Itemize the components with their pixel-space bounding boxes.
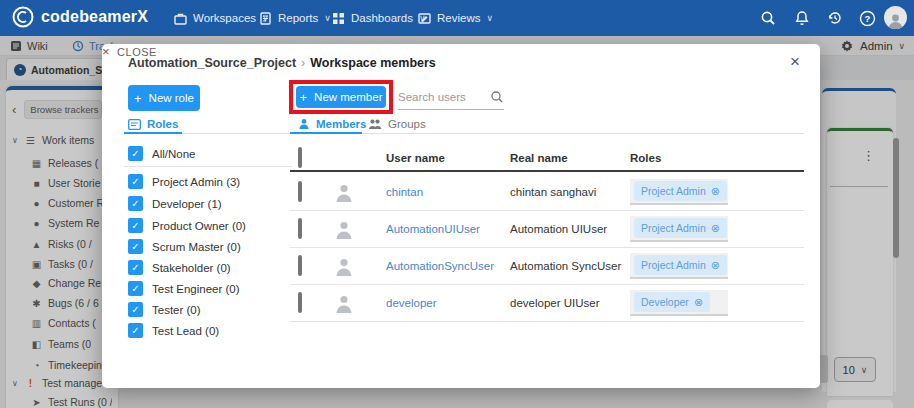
breadcrumb-separator: › xyxy=(301,56,305,70)
remove-role-icon[interactable]: ⊗ xyxy=(711,185,720,198)
role-filter-test-engineer[interactable]: ✓Test Engineer (0) xyxy=(128,278,240,299)
workspace-members-modal: Automation_Source_Project›Workspace memb… xyxy=(102,44,820,388)
header-roles: Roles xyxy=(630,152,790,164)
row-checkbox[interactable] xyxy=(298,255,302,276)
checkbox-checked-icon[interactable]: ✓ xyxy=(128,196,143,211)
menu-label: Reviews xyxy=(437,12,480,24)
role-filter-stakeholder[interactable]: ✓Stakeholder (0) xyxy=(128,257,231,278)
checkbox-checked-icon[interactable]: ✓ xyxy=(128,281,143,296)
review-icon xyxy=(418,12,431,25)
member-row: developer developer UIUser Developer⊗ xyxy=(290,285,804,322)
brand-name: codebeamerX xyxy=(41,8,148,26)
checkbox-checked-icon[interactable]: ✓ xyxy=(128,302,143,317)
members-table-header: User name Real name Roles xyxy=(290,146,804,172)
remove-role-icon[interactable]: ⊗ xyxy=(694,296,703,309)
checkbox-checked-icon[interactable]: ✓ xyxy=(128,239,143,254)
close-icon[interactable]: × xyxy=(790,52,800,72)
notifications-bell-icon[interactable] xyxy=(791,7,813,29)
user-avatar[interactable] xyxy=(884,6,907,29)
tab-groups-label: Groups xyxy=(388,118,426,130)
menu-label: Workspaces xyxy=(193,12,256,24)
row-checkbox[interactable] xyxy=(298,218,302,239)
roles-field: Project Admin⊗ xyxy=(630,253,728,279)
row-checkbox[interactable] xyxy=(298,181,302,202)
user-name-link[interactable]: AutomationSyncUser xyxy=(386,260,510,272)
tab-members[interactable]: Members xyxy=(298,118,367,130)
close-x-icon: × xyxy=(102,44,110,59)
role-filter-scrum-master[interactable]: ✓Scrum Master (0) xyxy=(128,236,241,257)
user-name-link[interactable]: AutomationUIUser xyxy=(386,223,510,235)
svg-text:?: ? xyxy=(864,13,870,24)
real-name: chintan sanghavi xyxy=(510,186,630,198)
help-icon[interactable]: ? xyxy=(856,7,878,29)
menu-label: Reports xyxy=(278,12,318,24)
remove-role-icon[interactable]: ⊗ xyxy=(711,222,720,235)
screen: codebeamerX Workspaces∨ Reports∨ Dashboa… xyxy=(0,0,914,408)
checkbox-checked-icon[interactable]: ✓ xyxy=(128,218,143,233)
briefcase-icon xyxy=(174,12,187,25)
header-real-name: Real name xyxy=(510,152,630,164)
tab-groups[interactable]: Groups xyxy=(368,118,426,130)
search-icon[interactable] xyxy=(490,90,504,104)
page-title: Workspace members xyxy=(310,56,436,70)
member-row: chintan chintan sanghavi Project Admin⊗ xyxy=(290,174,804,211)
avatar-placeholder-icon xyxy=(334,219,386,239)
checkbox-checked-icon[interactable]: ✓ xyxy=(128,174,143,189)
avatar-placeholder-icon xyxy=(334,182,386,202)
role-filter-developer[interactable]: ✓Developer (1) xyxy=(128,193,222,214)
menu-workspaces[interactable]: Workspaces∨ xyxy=(174,0,269,36)
history-icon[interactable] xyxy=(824,7,846,29)
active-tab-underline xyxy=(290,132,362,134)
search-users-input[interactable] xyxy=(398,91,490,103)
role-chip: Project Admin⊗ xyxy=(634,255,727,275)
avatar-placeholder-icon xyxy=(334,256,386,276)
list-divider xyxy=(124,166,292,167)
codebeamer-logo-icon xyxy=(12,6,34,28)
header-user-name: User name xyxy=(386,152,510,164)
role-filter-product-owner[interactable]: ✓Product Owner (0) xyxy=(128,215,246,236)
checkbox-checked-icon[interactable]: ✓ xyxy=(128,323,143,338)
menu-dashboards[interactable]: Dashboards∨ xyxy=(332,0,426,36)
menu-reports[interactable]: Reports∨ xyxy=(259,0,331,36)
menu-reviews[interactable]: Reviews∨ xyxy=(418,0,493,36)
roles-field: Developer⊗ xyxy=(630,290,728,316)
search-users-field xyxy=(398,84,504,110)
checkbox-checked-icon[interactable]: ✓ xyxy=(128,146,143,161)
tab-members-label: Members xyxy=(316,118,367,130)
role-filter-project-admin[interactable]: ✓Project Admin (3) xyxy=(128,171,240,192)
real-name: Automation UIUser xyxy=(510,223,630,235)
user-name-link[interactable]: developer xyxy=(386,297,510,309)
role-filter-tester[interactable]: ✓Tester (0) xyxy=(128,299,201,320)
dashboard-grid-icon xyxy=(332,12,345,25)
chevron-down-icon: ∨ xyxy=(324,13,331,23)
real-name: Automation SyncUser xyxy=(510,260,630,272)
plus-icon: + xyxy=(134,91,142,106)
roles-field: Project Admin⊗ xyxy=(630,179,728,205)
roles-card-icon xyxy=(128,119,141,130)
role-chip: Developer⊗ xyxy=(634,292,710,312)
row-checkbox[interactable] xyxy=(298,292,302,313)
role-filter-all-none[interactable]: ✓All/None xyxy=(128,143,195,164)
member-row: AutomationUIUser Automation UIUser Proje… xyxy=(290,211,804,248)
member-row: AutomationSyncUser Automation SyncUser P… xyxy=(290,248,804,285)
new-member-button[interactable]: +New member xyxy=(296,86,386,108)
plus-icon: + xyxy=(300,90,308,105)
checkbox-checked-icon[interactable]: ✓ xyxy=(128,260,143,275)
select-all-checkbox[interactable] xyxy=(298,147,302,168)
app-logo[interactable]: codebeamerX xyxy=(12,6,148,28)
user-name-link[interactable]: chintan xyxy=(386,186,510,198)
search-icon[interactable] xyxy=(757,7,779,29)
active-tab-underline xyxy=(124,132,182,134)
roles-field: Project Admin⊗ xyxy=(630,216,728,242)
breadcrumb: Automation_Source_Project›Workspace memb… xyxy=(128,56,436,70)
real-name: developer UIUser xyxy=(510,297,630,309)
tab-roles-label: Roles xyxy=(147,118,178,130)
remove-role-icon[interactable]: ⊗ xyxy=(711,259,720,272)
new-role-button[interactable]: +New role xyxy=(128,85,200,111)
role-chip: Project Admin⊗ xyxy=(634,181,727,201)
avatar-placeholder-icon xyxy=(334,293,386,313)
role-filter-test-lead[interactable]: ✓Test Lead (0) xyxy=(128,320,219,341)
group-icon xyxy=(368,118,382,130)
breadcrumb-project: Automation_Source_Project xyxy=(128,56,296,70)
tab-roles[interactable]: Roles xyxy=(128,118,178,130)
